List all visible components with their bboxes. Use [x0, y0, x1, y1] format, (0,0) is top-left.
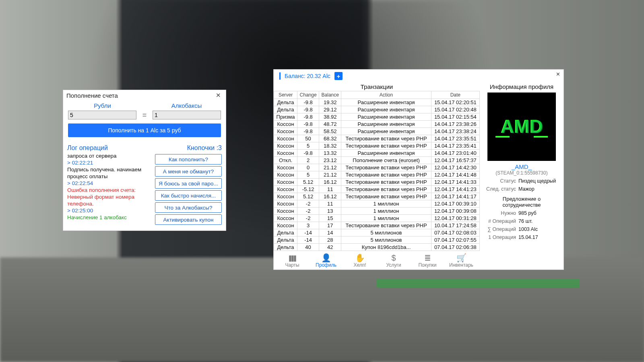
table-cell: Тестирование вставки через PHP — [341, 142, 431, 150]
add-balance-button[interactable]: + — [334, 72, 343, 80]
steam-id: (STEAM_0:1:55598730) — [482, 170, 561, 176]
table-cell: 21.12 — [319, 164, 341, 171]
profile-pane: Информация профиля AMD AMD _AMD_ (STEAM_… — [480, 82, 564, 240]
nav-item-Хелп![interactable]: ✋Хелп! — [346, 253, 374, 268]
table-cell: 13 — [319, 208, 341, 215]
table-row: Коссон-9.848.72Расширение инвентаря14.04… — [274, 121, 480, 128]
rub-input[interactable] — [68, 111, 136, 119]
table-cell: 23.12 — [319, 157, 341, 164]
table-cell: 1 миллион — [341, 215, 431, 222]
table-cell: 5 миллионов — [341, 229, 431, 237]
table-cell: Пополнение счета (euroset) — [341, 157, 431, 164]
table-row: Дельта4042Купон 8196cdd1ba...07.04.17 02… — [274, 244, 480, 251]
table-cell: 12.04.17 14:41:48 — [431, 171, 479, 179]
table-row: Откл.223.12Пополнение счета (euroset)12.… — [274, 157, 480, 164]
nav-item-Услуги[interactable]: $Услуги — [380, 253, 408, 268]
table-cell: 68.32 — [319, 135, 341, 142]
alc-input[interactable] — [153, 111, 221, 119]
table-cell: 17 — [319, 222, 341, 229]
table-cell: Расширение инвентаря — [341, 121, 431, 128]
table-row: Коссон-2151 миллион12.04.17 00:31:28 — [274, 215, 480, 222]
side-button[interactable]: А меня не обманут? — [155, 166, 222, 177]
table-row: Призма-9.838.92Расширение инвентаря15.04… — [274, 113, 480, 121]
table-cell: -9.8 — [297, 121, 319, 128]
table-cell: Коссон — [274, 208, 297, 215]
close-icon[interactable]: ✕ — [214, 92, 223, 99]
table-cell: 16.12 — [319, 179, 341, 186]
table-cell: 3 — [297, 222, 319, 229]
table-cell: 07.04.17 02:06:38 — [431, 244, 479, 251]
alc-label: Алкобаксы — [152, 102, 221, 109]
nav-item-Профиль[interactable]: 👤Профиль — [312, 253, 340, 268]
side-button[interactable]: Как быстро начисля... — [155, 190, 222, 201]
ops-sum-key: ∑ Операций — [482, 226, 518, 232]
table-cell: Коссон — [274, 171, 297, 179]
table-cell: 07.04.17 02:07:55 — [431, 237, 479, 244]
table-cell: Коссон — [274, 215, 297, 222]
table-cell: 18.32 — [319, 142, 341, 150]
ops-count-value: 76 шт. — [518, 218, 533, 224]
table-cell: 12.04.17 16:57:37 — [431, 157, 479, 164]
table-cell: 5.12 — [297, 193, 319, 200]
svg-text:AMD: AMD — [502, 116, 544, 137]
table-cell: Коссон — [274, 150, 297, 157]
table-cell: 1 миллион — [341, 208, 431, 215]
username[interactable]: _AMD_ — [482, 163, 561, 170]
table-cell: Коссон — [274, 193, 297, 200]
log-line: Подпись получена. начинаем процесс оплат… — [67, 166, 152, 180]
table-cell: Расширение инвентаря — [341, 128, 431, 135]
table-cell: 5 — [297, 171, 319, 179]
popup-title: Пополнение счета — [66, 92, 118, 99]
table-cell: Тестирование вставки через PHP — [341, 186, 431, 193]
side-button[interactable]: Что за Алкобаксы? — [155, 202, 222, 213]
table-cell: 28 — [319, 237, 341, 244]
table-row: Коссон5068.32Тестирование вставки через … — [274, 135, 480, 142]
topup-button[interactable]: Пополнить на 1 Alc за 5 руб — [68, 123, 221, 137]
table-cell: 42 — [319, 244, 341, 251]
table-cell: Дельта — [274, 237, 297, 244]
balance-label: Баланс: 20.32 Alc — [285, 73, 330, 79]
table-cell: 12.04.17 00:39:08 — [431, 208, 479, 215]
table-cell: -9.8 — [297, 113, 319, 121]
nav-item-Инвентарь[interactable]: 🛒Инвентарь — [447, 253, 475, 268]
table-cell: 14.04.17 23:35:51 — [431, 135, 479, 142]
table-cell: 10.04.17 17:24:58 — [431, 222, 479, 229]
services-icon: $ — [380, 253, 408, 262]
panel-close-icon[interactable]: ✕ — [556, 71, 560, 77]
nav-item-Покупки[interactable]: ≣Покупки — [413, 253, 442, 268]
table-cell: -9.8 — [297, 106, 319, 113]
table-cell: 58.52 — [319, 128, 341, 135]
nav-item-Чарты[interactable]: ▮▮▮Чарты — [278, 253, 306, 268]
table-cell: 11 — [319, 186, 341, 193]
table-cell: -14 — [297, 229, 319, 237]
side-button[interactable]: Как пополнить? — [155, 154, 222, 165]
table-cell: Расширение инвентаря — [341, 99, 431, 106]
table-cell: Расширение инвентаря — [341, 150, 431, 157]
log-line: > 02:22:21 — [67, 159, 152, 166]
table-cell: 12.04.17 00:31:28 — [431, 215, 479, 222]
table-cell: 16.12 — [319, 193, 341, 200]
topup-popup: Пополнение счета ✕ Рубли Алкобаксы = Поп… — [63, 90, 226, 231]
log-line: Ошибка пополнения счета: Неверный формат… — [67, 187, 152, 207]
table-cell: Коссон — [274, 186, 297, 193]
table-cell: Призма — [274, 113, 297, 121]
table-cell: Дельта — [274, 244, 297, 251]
side-button[interactable]: Активировать купон — [155, 214, 222, 225]
proposal-line2: сотрудничестве — [482, 202, 561, 208]
table-cell: -9.8 — [297, 99, 319, 106]
table-cell: -2 — [297, 200, 319, 208]
table-cell: Купон 8196cdd1ba... — [341, 244, 431, 251]
table-cell: 0 — [297, 164, 319, 171]
table-cell: Коссон — [274, 121, 297, 128]
table-row: Коссон5.1216.12Тестирование вставки чере… — [274, 193, 480, 200]
profile-heading: Информация профиля — [482, 83, 561, 90]
nav-label: Инвентарь — [447, 262, 475, 268]
help-icon: ✋ — [346, 253, 374, 262]
table-cell: 12.04.17 14:41:33 — [431, 179, 479, 186]
table-row: Дельта-9.829.12Расширение инвентаря15.04… — [274, 106, 480, 113]
table-cell: Коссон — [274, 164, 297, 171]
side-button[interactable]: Я боюсь за свой паро... — [155, 178, 222, 189]
table-cell: 14.04.17 23:35:41 — [431, 142, 479, 150]
next-status-value: Мажор — [518, 186, 535, 192]
table-cell: 15 — [319, 215, 341, 222]
